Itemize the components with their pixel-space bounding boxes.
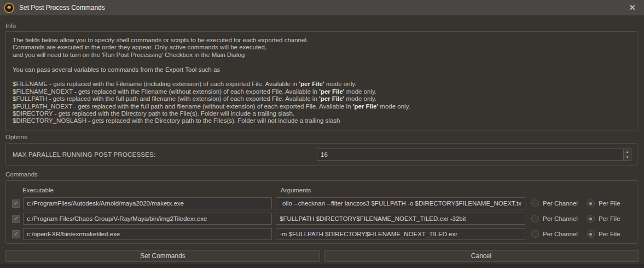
check-icon: ✓	[14, 216, 18, 221]
radio-dot	[534, 218, 537, 220]
commands-section-label: Commands	[5, 171, 38, 178]
info-line-pre: The fields below allow you to specify sh…	[13, 37, 308, 43]
info-line: $DIRECTORY_NOSLASH - gets replaced with …	[13, 117, 630, 124]
info-line	[13, 73, 630, 81]
per-file-label: Per File	[599, 231, 620, 237]
info-line-pre: You can pass several variables to comman…	[13, 66, 220, 73]
arguments-input[interactable]: $FULLPATH $DIRECTORY$FILENAME_NOEXT_TILE…	[276, 213, 525, 225]
arguments-value: $FULLPATH $DIRECTORY$FILENAME_NOEXT_TILE…	[276, 215, 469, 222]
spin-up-icon[interactable]: ▲	[624, 149, 631, 155]
info-groupbox: The fields below allow you to specify sh…	[5, 31, 637, 130]
cancel-button[interactable]: Cancel	[324, 250, 639, 262]
options-groupbox: MAX PARALLEL RUNNING POST PROCESSES: 16 …	[5, 143, 637, 166]
info-line-post: mode only.	[344, 95, 376, 102]
close-icon[interactable]: ✕	[626, 0, 638, 15]
executable-value: c:/ProgramFiles/Autodesk/Arnold/maya2020…	[24, 200, 187, 207]
info-line: The fields below allow you to specify sh…	[13, 37, 630, 44]
radio-dot	[534, 233, 537, 236]
info-line-pre: $DIRECTORY - gets replaced with the Dire…	[13, 110, 294, 117]
info-line: $FULLPATH - gets replaced with the full …	[13, 95, 630, 102]
max-parallel-spinbox[interactable]: 16 ▲ ▼	[317, 149, 631, 161]
info-line	[13, 59, 630, 66]
titlebar: ✸ Set Post Process Commands ✕	[0, 0, 644, 15]
executable-input[interactable]: c:/Program Files/Chaos Group/V-Ray/Maya/…	[23, 213, 272, 225]
window-title: Set Post Process Commands	[19, 4, 105, 12]
command-enabled-checkbox[interactable]: ✓	[12, 215, 20, 223]
info-line-bold: 'per File'	[319, 95, 344, 102]
info-line-post: mode only.	[378, 103, 410, 110]
window-bottom-edge	[0, 264, 644, 268]
per-file-radio[interactable]	[587, 215, 595, 223]
info-line-pre: Commands are executed in the order they …	[13, 44, 266, 50]
per-file-label: Per File	[599, 215, 620, 222]
info-line: $FILENAME - gets replaced with the Filen…	[13, 81, 630, 88]
per-channel-radio[interactable]	[531, 215, 539, 223]
radio-dot	[589, 218, 592, 220]
options-section-label: Options	[5, 134, 27, 140]
per-file-radio[interactable]	[587, 230, 595, 238]
radio-dot	[534, 202, 537, 205]
arguments-input[interactable]: -m $FULLPATH $DIRECTORY$FILENAME_NOEXT_T…	[276, 228, 525, 240]
executable-column-header: Executable	[22, 187, 54, 193]
arguments-input[interactable]: oiio --checknan --filter lanczos3 $FULLP…	[276, 197, 525, 209]
radio-dot	[589, 202, 592, 205]
command-row: ✓ c:/openEXR/bin/exrmaketiled.exe -m $FU…	[6, 228, 637, 240]
set-commands-button[interactable]: Set Commands	[5, 250, 320, 262]
max-parallel-label: MAX PARALLEL RUNNING POST PROCESSES:	[13, 144, 155, 166]
app-icon: ✸	[4, 3, 14, 13]
check-icon: ✓	[14, 231, 18, 237]
command-row: ✓ c:/ProgramFiles/Autodesk/Arnold/maya20…	[6, 197, 637, 209]
per-channel-radio[interactable]	[531, 199, 539, 207]
info-text: The fields below allow you to specify sh…	[6, 32, 637, 125]
info-line-pre: $FULLPATH - gets replaced with the full …	[13, 95, 319, 102]
per-channel-label: Per Channel	[543, 200, 578, 207]
per-file-label: Per File	[599, 200, 620, 207]
per-channel-label: Per Channel	[543, 215, 578, 222]
arguments-value: oiio --checknan --filter lanczos3 $FULLP…	[279, 200, 525, 207]
info-line-pre: $FULLPATH_NOEXT - gets replaced with the…	[13, 103, 353, 110]
info-line: $DIRECTORY - gets replaced with the Dire…	[13, 110, 630, 117]
info-line-pre: $DIRECTORY_NOSLASH - gets replaced with …	[13, 117, 340, 124]
spinner-buttons: ▲ ▼	[623, 149, 631, 160]
info-line: $FULLPATH_NOEXT - gets replaced with the…	[13, 103, 630, 110]
info-line-bold: 'per File'	[353, 103, 378, 110]
arguments-value: -m $FULLPATH $DIRECTORY$FILENAME_NOEXT_T…	[276, 231, 461, 237]
executable-value: c:/Program Files/Chaos Group/V-Ray/Maya/…	[24, 215, 210, 222]
check-icon: ✓	[14, 201, 18, 206]
info-line-pre: $FILENAME - gets replaced with the Filen…	[13, 81, 299, 87]
info-line-post: mode only.	[345, 88, 377, 95]
info-line: $FILENAME_NOEXT - gets replaced with the…	[13, 88, 630, 95]
info-line-pre: and you will need to turn on the 'Run Po…	[13, 52, 245, 58]
info-line-pre: $FILENAME_NOEXT - gets replaced with the…	[13, 88, 319, 95]
commands-groupbox: Executable Arguments ✓ c:/ProgramFiles/A…	[5, 180, 637, 244]
command-row: ✓ c:/Program Files/Chaos Group/V-Ray/May…	[6, 213, 637, 225]
info-line: You can pass several variables to comman…	[13, 66, 630, 73]
arguments-column-header: Arguments	[281, 187, 311, 193]
info-line: Commands are executed in the order they …	[13, 44, 630, 51]
command-enabled-checkbox[interactable]: ✓	[12, 230, 20, 238]
radio-dot	[589, 233, 592, 236]
info-line-bold: 'per File'	[299, 81, 324, 87]
command-enabled-checkbox[interactable]: ✓	[12, 199, 20, 208]
executable-value: c:/openEXR/bin/exrmaketiled.exe	[24, 231, 123, 237]
info-section-label: Info	[5, 22, 16, 29]
info-line-post: mode only.	[324, 81, 357, 87]
info-line-bold: 'per File'	[319, 88, 344, 95]
max-parallel-value: 16	[317, 151, 623, 158]
spin-down-icon[interactable]: ▼	[624, 155, 631, 160]
per-channel-radio[interactable]	[531, 230, 539, 238]
executable-input[interactable]: c:/openEXR/bin/exrmaketiled.exe	[23, 228, 272, 240]
per-channel-label: Per Channel	[543, 231, 578, 237]
info-line: and you will need to turn on the 'Run Po…	[13, 52, 630, 59]
per-file-radio[interactable]	[587, 199, 595, 207]
executable-input[interactable]: c:/ProgramFiles/Autodesk/Arnold/maya2020…	[23, 197, 272, 209]
app-icon-glyph: ✸	[7, 5, 11, 10]
